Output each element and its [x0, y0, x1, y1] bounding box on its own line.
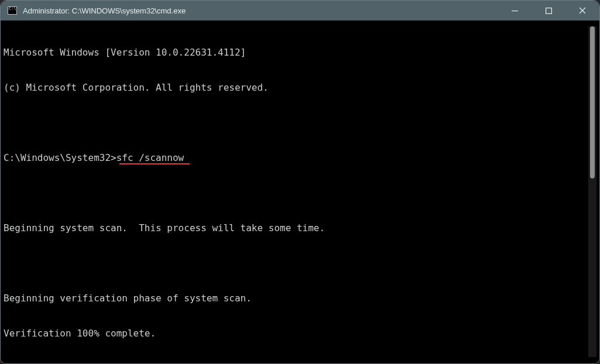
scrollbar-thumb[interactable] — [590, 26, 595, 178]
close-button[interactable] — [565, 1, 599, 20]
cmd-window: Administrator: C:\WINDOWS\system32\cmd.e… — [0, 0, 600, 364]
prompt-line: C:\Windows\System32>sfc /scannow — [4, 152, 587, 164]
window-controls — [498, 1, 599, 20]
minimize-button[interactable] — [498, 1, 532, 20]
vertical-scrollbar[interactable] — [588, 26, 596, 357]
maximize-button[interactable] — [532, 1, 565, 20]
blank-line — [4, 187, 587, 199]
output-line: (c) Microsoft Corporation. All rights re… — [4, 82, 587, 94]
output-line: Microsoft Windows [Version 10.0.22631.41… — [4, 47, 587, 59]
prompt-path: C:\Windows\System32> — [4, 152, 116, 163]
output-line: Verification 100% complete. — [4, 328, 587, 339]
titlebar[interactable]: Administrator: C:\WINDOWS\system32\cmd.e… — [1, 1, 599, 20]
blank-line — [4, 257, 587, 269]
command-text: sfc /scannow — [116, 152, 184, 163]
maximize-icon — [546, 8, 552, 14]
output-line: Beginning system scan. This process will… — [4, 222, 587, 234]
window-title: Administrator: C:\WINDOWS\system32\cmd.e… — [23, 6, 498, 15]
client-area: Microsoft Windows [Version 10.0.22631.41… — [4, 20, 596, 360]
blank-line — [4, 117, 587, 129]
svg-rect-0 — [512, 11, 518, 11]
svg-rect-1 — [546, 8, 551, 13]
red-underline-annotation — [119, 163, 190, 164]
minimize-icon — [512, 8, 518, 14]
cmd-icon — [8, 6, 17, 15]
close-icon — [579, 7, 586, 14]
output-line: Beginning verification phase of system s… — [4, 293, 587, 304]
terminal-output[interactable]: Microsoft Windows [Version 10.0.22631.41… — [4, 23, 587, 360]
